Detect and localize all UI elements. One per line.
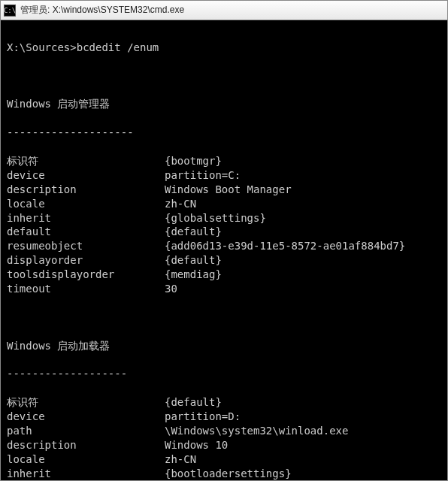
config-row: toolsdisplayorder{memdiag} (7, 268, 441, 282)
config-row: displayorder{default} (7, 253, 441, 268)
config-key: device (7, 168, 165, 183)
config-row: path\Windows\system32\winload.exe (7, 424, 441, 438)
config-row: localezh-CN (7, 452, 441, 467)
config-row: devicepartition=D: (7, 410, 441, 424)
config-value: partition=D: (165, 410, 241, 422)
config-value: {globalsettings} (165, 212, 266, 224)
config-row: timeout30 (7, 282, 441, 296)
config-value: 30 (165, 283, 177, 295)
config-value: partition=C: (165, 169, 241, 181)
config-value: {add06d13-e39d-11e5-8572-ae01af884bd7} (165, 240, 405, 252)
section-title-loader: Windows 启动加载器 (7, 339, 441, 353)
config-key: 标识符 (7, 154, 165, 168)
config-value: {default} (165, 396, 222, 408)
config-row: default{default} (7, 225, 441, 239)
config-row: 标识符{bootmgr} (7, 154, 441, 168)
config-row: resumeobject{add06d13-e39d-11e5-8572-ae0… (7, 239, 441, 253)
section-title-bootmgr: Windows 启动管理器 (7, 97, 441, 111)
config-value: {memdiag} (165, 268, 222, 280)
config-value: {default} (165, 254, 222, 266)
window-titlebar[interactable]: C:\ 管理员: X:\windows\SYSTEM32\cmd.exe (1, 1, 447, 20)
config-row: inherit{globalsettings} (7, 211, 441, 225)
config-key: resumeobject (7, 239, 165, 253)
blank-line (7, 310, 441, 325)
prompt-line: X:\Sources>bcdedit /enum (7, 41, 441, 55)
config-value: {bootmgr} (165, 155, 222, 167)
config-key: default (7, 225, 165, 239)
config-key: timeout (7, 282, 165, 296)
config-row: descriptionWindows Boot Manager (7, 183, 441, 197)
cmd-icon: C:\ (4, 5, 16, 17)
config-key: locale (7, 197, 165, 211)
config-key: displayorder (7, 253, 165, 268)
config-key: description (7, 183, 165, 197)
section-divider: ------------------- (7, 367, 441, 381)
config-value: Windows 10 (165, 439, 228, 451)
section-divider: -------------------- (7, 126, 441, 140)
config-row: inherit{bootloadersettings} (7, 467, 441, 481)
config-value: Windows Boot Manager (165, 183, 292, 195)
config-key: path (7, 424, 165, 438)
config-row: 标识符{default} (7, 395, 441, 410)
window-title: 管理员: X:\windows\SYSTEM32\cmd.exe (20, 4, 184, 17)
config-key: toolsdisplayorder (7, 268, 165, 282)
config-key: inherit (7, 211, 165, 225)
config-value: {bootloadersettings} (165, 467, 292, 479)
config-value: \Windows\system32\winload.exe (165, 425, 348, 437)
config-value: zh-CN (165, 453, 196, 465)
config-key: description (7, 438, 165, 452)
config-row: descriptionWindows 10 (7, 438, 441, 452)
config-value: zh-CN (165, 198, 196, 210)
terminal-output[interactable]: X:\Sources>bcdedit /enum Windows 启动管理器 -… (1, 20, 447, 481)
config-key: locale (7, 452, 165, 467)
prompt-path: X:\Sources> (7, 41, 77, 53)
config-row: devicepartition=C: (7, 168, 441, 183)
config-key: 标识符 (7, 395, 165, 410)
config-row: localezh-CN (7, 197, 441, 211)
config-key: inherit (7, 467, 165, 481)
blank-line (7, 69, 441, 83)
prompt-command: bcdedit /enum (77, 41, 159, 53)
config-value: {default} (165, 225, 222, 237)
config-key: device (7, 410, 165, 424)
